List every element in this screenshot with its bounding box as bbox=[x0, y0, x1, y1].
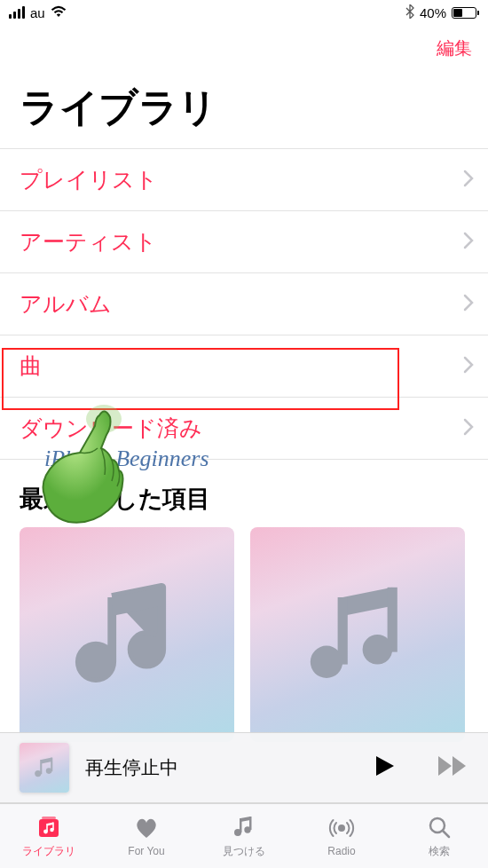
tab-browse[interactable]: 見つける bbox=[195, 804, 293, 868]
tab-bar: ライブラリ For You 見つける Radio 検索 bbox=[0, 803, 488, 868]
tab-label: 検索 bbox=[429, 844, 450, 859]
album-item[interactable] bbox=[20, 527, 234, 742]
status-bar: au 40% bbox=[0, 0, 488, 25]
page-title: ライブラリ bbox=[0, 71, 488, 145]
row-albums[interactable]: アルバム bbox=[0, 273, 488, 335]
forward-button[interactable] bbox=[437, 754, 468, 781]
carrier-label: au bbox=[30, 5, 45, 20]
battery-icon bbox=[452, 7, 479, 19]
svg-point-16 bbox=[50, 827, 53, 831]
svg-point-6 bbox=[363, 635, 393, 665]
wifi-icon bbox=[51, 5, 67, 20]
chevron-right-icon bbox=[463, 170, 474, 191]
tab-label: For You bbox=[128, 845, 164, 857]
play-button[interactable] bbox=[373, 754, 396, 781]
svg-point-1 bbox=[80, 646, 112, 678]
library-list: プレイリスト アーティスト アルバム 曲 ダウンロード済み bbox=[0, 148, 488, 460]
bluetooth-icon bbox=[405, 4, 414, 21]
row-songs[interactable]: 曲 bbox=[0, 335, 488, 398]
svg-rect-12 bbox=[42, 817, 56, 819]
tab-library[interactable]: ライブラリ bbox=[0, 804, 98, 868]
tab-for-you[interactable]: For You bbox=[98, 804, 195, 868]
svg-point-5 bbox=[311, 646, 342, 678]
battery-percent: 40% bbox=[420, 5, 446, 20]
row-playlists[interactable]: プレイリスト bbox=[0, 148, 488, 211]
signal-icon bbox=[9, 6, 25, 19]
svg-point-2 bbox=[132, 635, 162, 665]
svg-line-23 bbox=[443, 831, 449, 837]
svg-point-20 bbox=[244, 826, 250, 832]
chevron-right-icon bbox=[463, 232, 474, 253]
tab-label: Radio bbox=[327, 845, 355, 857]
tab-label: ライブラリ bbox=[22, 844, 75, 859]
svg-point-21 bbox=[339, 825, 344, 831]
now-playing-bar[interactable]: 再生停止中 bbox=[0, 732, 488, 803]
tab-radio[interactable]: Radio bbox=[293, 804, 390, 868]
svg-point-19 bbox=[234, 829, 241, 836]
row-downloaded[interactable]: ダウンロード済み bbox=[0, 398, 488, 460]
nav-bar: 編集 bbox=[0, 25, 488, 71]
row-label: アルバム bbox=[20, 289, 112, 319]
row-label: プレイリスト bbox=[20, 165, 158, 194]
now-playing-artwork bbox=[20, 743, 69, 793]
chevron-right-icon bbox=[463, 356, 474, 377]
chevron-right-icon bbox=[463, 294, 474, 315]
row-artists[interactable]: アーティスト bbox=[0, 211, 488, 273]
now-playing-status: 再生停止中 bbox=[85, 755, 357, 780]
row-label: ダウンロード済み bbox=[20, 414, 202, 443]
row-label: アーティスト bbox=[20, 227, 157, 256]
svg-point-9 bbox=[35, 770, 41, 777]
recently-added-title: 最近追加した項目 bbox=[0, 460, 488, 527]
recently-added-grid bbox=[0, 527, 488, 742]
svg-rect-11 bbox=[39, 819, 59, 837]
svg-point-10 bbox=[46, 768, 52, 774]
svg-point-15 bbox=[43, 829, 48, 833]
chevron-right-icon bbox=[463, 418, 474, 439]
album-item[interactable] bbox=[250, 527, 465, 742]
tab-label: 見つける bbox=[223, 844, 265, 859]
edit-button[interactable]: 編集 bbox=[437, 36, 472, 60]
row-label: 曲 bbox=[20, 351, 42, 381]
tab-search[interactable]: 検索 bbox=[390, 804, 488, 868]
